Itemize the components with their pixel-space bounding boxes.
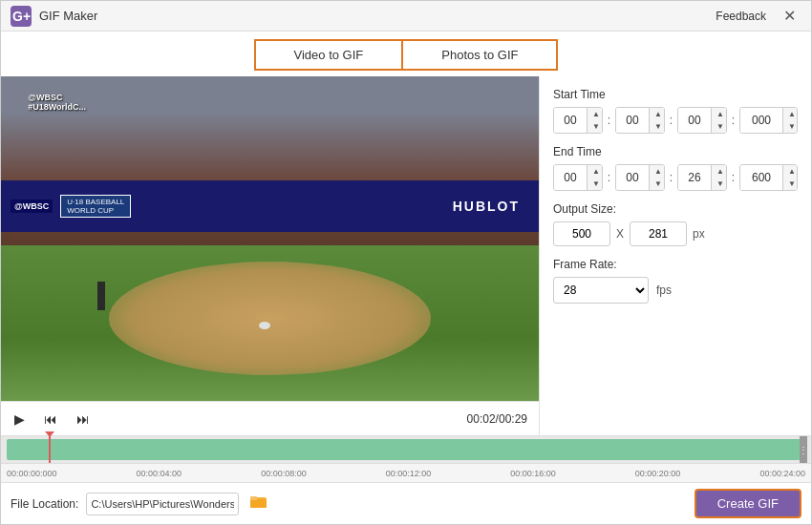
end-hh-down[interactable]: ▼	[588, 178, 603, 190]
output-size-label: Output Size:	[553, 202, 798, 216]
start-mm-spinner: ▲ ▼	[615, 107, 665, 134]
video-controls: ▶ ⏮ ⏭ 00:02/00:29	[1, 401, 539, 435]
end-ms-up[interactable]: ▲	[783, 165, 798, 178]
start-mm-input[interactable]	[616, 108, 649, 133]
skip-forward-button[interactable]: ⏭	[75, 410, 92, 429]
end-mm-down[interactable]: ▼	[650, 178, 665, 190]
skip-back-button[interactable]: ⏮	[42, 410, 59, 429]
fps-select[interactable]: 24 28 30 60	[553, 277, 649, 304]
end-hh-input[interactable]	[554, 165, 587, 190]
start-mm-arrows: ▲ ▼	[649, 108, 665, 133]
end-hh-spinner: ▲ ▼	[553, 164, 603, 191]
title-bar-right: Feedback ✕	[716, 5, 801, 27]
app-title: GIF Maker	[39, 9, 97, 23]
start-hh-arrows: ▲ ▼	[587, 108, 603, 133]
start-hh-spinner: ▲ ▼	[553, 107, 603, 134]
time-display: 00:02/00:29	[467, 412, 527, 426]
app-icon: G+	[11, 6, 32, 27]
stadium-background: @WBSC U·18 BASEBALLWORLD CUP HUBLOT @WBS…	[1, 76, 539, 401]
frame-rate-label: Frame Rate:	[553, 258, 798, 271]
svg-rect-4	[250, 496, 257, 500]
end-hh-arrows: ▲ ▼	[587, 165, 603, 190]
tab-bar: Video to GIF Photos to GIF	[1, 32, 811, 76]
output-size-section: Output Size: X px	[553, 202, 798, 246]
app-window: G+ GIF Maker Feedback ✕ Video to GIF Pho…	[0, 0, 812, 525]
start-ms-up[interactable]: ▲	[783, 108, 798, 120]
px-label: px	[693, 227, 705, 241]
frame-rate-section: Frame Rate: 24 28 30 60 fps	[553, 258, 798, 304]
ruler-mark-2: 00:00:08:00	[261, 469, 307, 478]
end-ss-up[interactable]: ▲	[712, 165, 727, 178]
right-panel: Start Time ▲ ▼ : ▲ ▼	[539, 76, 811, 435]
ad-u18-text: U·18 BASEBALLWORLD CUP	[60, 195, 131, 218]
start-mm-up[interactable]: ▲	[650, 108, 665, 120]
x-separator: X	[616, 227, 624, 241]
width-input[interactable]	[553, 221, 610, 246]
start-mm-down[interactable]: ▼	[650, 120, 665, 133]
end-hh-up[interactable]: ▲	[588, 165, 603, 178]
timeline-area: 00:00:00:000 00:00:04:00 00:00:08:00 00:…	[1, 435, 811, 482]
video-scene: @WBSC U·18 BASEBALLWORLD CUP HUBLOT @WBS…	[1, 76, 539, 401]
title-bar: G+ GIF Maker Feedback ✕	[1, 1, 811, 32]
create-gif-button[interactable]: Create GIF	[694, 489, 801, 518]
start-ss-input[interactable]	[678, 108, 711, 133]
tab-video-to-gif[interactable]: Video to GIF	[254, 39, 403, 71]
main-content: @WBSC U·18 BASEBALLWORLD CUP HUBLOT @WBS…	[1, 76, 811, 435]
end-mm-arrows: ▲ ▼	[649, 165, 665, 190]
end-ms-spinner: ▲ ▼	[739, 164, 798, 191]
end-mm-up[interactable]: ▲	[650, 165, 665, 178]
ad-wbsc-text: @WBSC	[11, 200, 53, 213]
end-mm-input[interactable]	[616, 165, 649, 190]
ruler-mark-5: 00:00:20:00	[635, 469, 681, 478]
timeline-fill	[7, 439, 805, 460]
video-area: @WBSC U·18 BASEBALLWORLD CUP HUBLOT @WBS…	[1, 76, 539, 435]
end-ms-input[interactable]	[740, 165, 782, 190]
start-ms-input[interactable]	[740, 108, 782, 133]
end-ss-spinner: ▲ ▼	[677, 164, 727, 191]
start-time-section: Start Time ▲ ▼ : ▲ ▼	[553, 88, 798, 134]
size-row: X px	[553, 221, 798, 246]
start-time-inputs: ▲ ▼ : ▲ ▼ :	[553, 107, 798, 134]
start-ms-arrows: ▲ ▼	[782, 108, 798, 133]
fps-row: 24 28 30 60 fps	[553, 277, 798, 304]
ruler-mark-3: 00:00:12:00	[386, 469, 432, 478]
ruler-mark-0: 00:00:00:000	[7, 469, 57, 478]
feedback-link[interactable]: Feedback	[716, 10, 766, 23]
file-path-input[interactable]	[86, 493, 239, 515]
start-ss-down[interactable]: ▼	[712, 120, 727, 133]
video-frame: @WBSC U·18 BASEBALLWORLD CUP HUBLOT @WBS…	[1, 76, 539, 401]
tab-photos-to-gif[interactable]: Photos to GIF	[402, 39, 558, 71]
play-button[interactable]: ▶	[12, 410, 27, 429]
timeline-needle[interactable]	[49, 436, 51, 463]
end-time-section: End Time ▲ ▼ : ▲ ▼	[553, 145, 798, 191]
start-ms-spinner: ▲ ▼	[739, 107, 798, 134]
height-input[interactable]	[630, 221, 687, 246]
ruler-marks: 00:00:00:000 00:00:04:00 00:00:08:00 00:…	[1, 469, 811, 478]
player1-figure	[97, 282, 105, 310]
end-ss-input[interactable]	[678, 165, 711, 190]
start-ss-up[interactable]: ▲	[712, 108, 727, 120]
fps-unit-label: fps	[656, 284, 672, 297]
start-ms-down[interactable]: ▼	[783, 120, 798, 133]
end-mm-spinner: ▲ ▼	[615, 164, 665, 191]
ruler-mark-4: 00:00:16:00	[510, 469, 556, 478]
start-hh-up[interactable]: ▲	[588, 108, 603, 120]
bottom-bar: File Location: Create GIF	[1, 482, 811, 524]
end-ss-arrows: ▲ ▼	[711, 165, 727, 190]
timeline-track[interactable]	[1, 436, 811, 463]
end-ms-down[interactable]: ▼	[783, 178, 798, 190]
timeline-handle-right[interactable]	[800, 436, 807, 463]
title-bar-left: G+ GIF Maker	[11, 6, 97, 27]
start-ss-spinner: ▲ ▼	[677, 107, 727, 134]
end-ss-down[interactable]: ▼	[712, 178, 727, 190]
timeline-ruler: 00:00:00:000 00:00:04:00 00:00:08:00 00:…	[1, 463, 811, 482]
file-location-label: File Location:	[11, 497, 78, 511]
svg-text:G+: G+	[12, 9, 31, 24]
browse-folder-button[interactable]	[246, 493, 271, 514]
ruler-mark-1: 00:00:04:00	[137, 469, 182, 478]
close-button[interactable]: ✕	[778, 5, 801, 27]
start-ss-arrows: ▲ ▼	[711, 108, 727, 133]
start-hh-down[interactable]: ▼	[588, 120, 603, 133]
ruler-mark-6: 00:00:24:00	[759, 469, 805, 478]
start-hh-input[interactable]	[554, 108, 587, 133]
